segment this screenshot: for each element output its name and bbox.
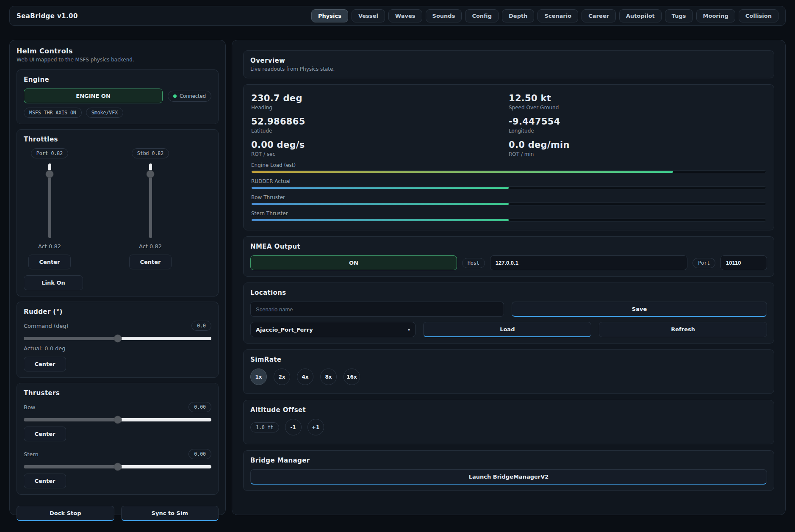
tab-mooring[interactable]: Mooring [696,9,735,22]
stern-thruster-label: Stern [24,451,39,457]
stbd-center-button[interactable]: Center [129,255,172,269]
rudder-slider-thumb[interactable] [114,335,122,343]
save-button[interactable]: Save [512,302,767,317]
stbd-throttle-column: Stbd 0.82 Act 0.82 Center [125,148,175,269]
tab-career[interactable]: Career [582,9,616,22]
chevron-down-icon: ▾ [408,327,410,332]
tab-waves[interactable]: Waves [388,9,422,22]
readout-label: Heading [251,105,509,111]
nmea-host-input[interactable] [490,255,688,270]
rudder-card: Rudder (°) Command (deg) 0.0 Actual: 0.0… [17,302,219,378]
readout-label: ROT / sec [251,151,509,157]
port-throttle-thumb[interactable] [46,170,54,178]
tab-sounds[interactable]: Sounds [426,9,462,22]
altitude-plus-button[interactable]: +1 [307,419,324,435]
launch-bridge-manager-button[interactable]: Launch BridgeManagerV2 [250,469,767,485]
overview-title: Overview [250,57,767,64]
bar-label: Bow Thruster [251,194,766,200]
link-throttles-button[interactable]: Link On [24,275,83,290]
simrate-1x-button[interactable]: 1x [250,369,267,385]
progress-track [251,202,766,205]
nmea-port-input[interactable] [720,255,767,270]
altitude-minus-button[interactable]: -1 [285,419,302,435]
readout-longitude: -9.447554 Longitude [509,116,766,134]
readout-value: 230.7 deg [251,93,509,103]
rudder-center-button[interactable]: Center [24,357,66,371]
msfs-thr-axis-badge: MSFS THR AXIS ON [24,108,82,118]
simrate-8x-button[interactable]: 8x [320,369,337,385]
altitude-offset-card: Altitude Offset 1.0 ft -1 +1 [243,400,774,444]
port-actual-label: Act 0.82 [38,243,61,249]
readout-rot-sec: 0.00 deg/s ROT / sec [251,140,509,157]
readout-value: 52.986865 [251,116,509,127]
sync-to-sim-button[interactable]: Sync to Sim [121,506,219,521]
tab-collision[interactable]: Collision [739,9,778,22]
scenario-select[interactable]: Ajaccio_Port_Ferry ▾ [250,322,416,337]
port-center-button[interactable]: Center [28,255,71,269]
tab-scenario[interactable]: Scenario [537,9,578,22]
nav-tabs: Physics Vessel Waves Sounds Config Depth… [311,9,778,22]
refresh-button[interactable]: Refresh [599,322,767,337]
page: SeaBridge v1.00 Physics Vessel Waves Sou… [0,0,795,532]
readout-heading: 230.7 deg Heading [251,93,509,111]
tab-autopilot[interactable]: Autopilot [619,9,662,22]
throttles-title: Throttles [24,136,211,143]
progress-fill [252,219,509,221]
altitude-value-badge: 1.0 ft [250,422,279,432]
scenario-select-value: Ajaccio_Port_Ferry [256,327,313,333]
connected-dot-icon [173,94,177,98]
readout-rot-min: 0.0 deg/min ROT / min [509,140,766,157]
progress-track [251,186,766,189]
overview-header-card: Overview Live readouts from Physics stat… [243,50,774,78]
readout-value: 0.00 deg/s [251,140,509,150]
simrate-4x-button[interactable]: 4x [297,369,313,385]
dock-stop-button[interactable]: Dock Stop [17,506,114,521]
stbd-throttle-slider[interactable] [149,163,152,238]
rudder-actual-bar: RUDDER Actual [251,178,766,189]
stern-center-button[interactable]: Center [24,474,66,488]
bow-thruster-slider[interactable] [24,418,211,421]
simrate-title: SimRate [250,356,767,363]
tab-config[interactable]: Config [465,9,499,22]
engine-power-button[interactable]: ENGINE ON [24,89,163,103]
helm-subtitle: Web UI mapped to the MSFS physics backen… [17,57,219,63]
port-throttle-badge: Port 0.82 [31,148,68,158]
stbd-actual-label: Act 0.82 [139,243,162,249]
tab-tugs[interactable]: Tugs [665,9,693,22]
tab-physics[interactable]: Physics [311,9,348,22]
scenario-name-input[interactable] [250,302,504,317]
tab-vessel[interactable]: Vessel [352,9,385,22]
bow-thruster-thumb[interactable] [114,416,122,424]
stbd-throttle-thumb[interactable] [147,170,155,178]
bow-thruster-value: 0.00 [188,402,211,412]
bar-label: RUDDER Actual [251,178,766,184]
helm-controls-panel: Helm Controls Web UI mapped to the MSFS … [9,40,226,515]
nmea-toggle-button[interactable]: ON [250,255,457,270]
progress-fill [252,171,673,173]
app-title: SeaBridge v1.00 [17,12,78,20]
engine-load-bar: Engine Load (est) [251,162,766,173]
nmea-port-label: Port [693,258,715,268]
rudder-title: Rudder (°) [24,308,211,316]
readout-label: Longitude [509,128,766,134]
stbd-throttle-badge: Stbd 0.82 [132,148,169,158]
simrate-2x-button[interactable]: 2x [274,369,290,385]
port-throttle-column: Port 0.82 Act 0.82 Center [25,148,75,269]
simrate-16x-button[interactable]: 16x [343,369,360,385]
rudder-slider[interactable] [24,337,211,340]
rudder-command-label: Command (deg) [24,323,69,329]
locations-title: Locations [250,289,767,296]
smoke-vfx-badge: Smoke/VFX [86,108,123,118]
nmea-card: NMEA Output ON Host Port [243,236,774,277]
bow-thruster-bar: Bow Thruster [251,194,766,205]
stern-thruster-slider[interactable] [24,465,211,468]
helm-title: Helm Controls [17,47,219,55]
tab-depth[interactable]: Depth [502,9,534,22]
stern-thruster-thumb[interactable] [114,463,122,471]
readout-value: 12.50 kt [509,93,766,103]
bar-label: Stern Thruster [251,211,766,216]
connection-status-label: Connected [180,93,206,99]
bow-center-button[interactable]: Center [24,427,66,441]
load-button[interactable]: Load [423,322,591,337]
port-throttle-slider[interactable] [48,163,51,238]
